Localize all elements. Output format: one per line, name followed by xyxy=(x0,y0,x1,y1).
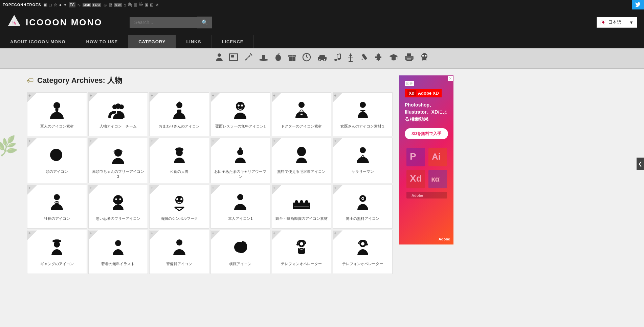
svg-point-99 xyxy=(362,198,363,199)
cat-apple-icon[interactable] xyxy=(274,53,282,64)
lang-label: 日本語 xyxy=(608,19,621,25)
tb-icon-grid[interactable]: ⊞ xyxy=(150,2,154,7)
svg-line-5 xyxy=(250,53,252,55)
logo-area[interactable]: 🦄 ICOOON MONO xyxy=(7,14,103,31)
tb-icon-f[interactable]: F xyxy=(134,3,137,7)
icon-card-head[interactable]: + 頭のアイコン xyxy=(27,138,87,183)
nav-about[interactable]: ABOUT ICOOON MONO xyxy=(0,35,76,48)
tb-icon-pen[interactable]: 筆 xyxy=(139,2,143,8)
cat-tower-icon[interactable] xyxy=(347,52,354,64)
icon-card-operator-male[interactable]: + テレフォンオペレーター xyxy=(333,230,393,274)
cat-hat-icon[interactable] xyxy=(259,53,268,63)
corner-plus: + xyxy=(90,231,92,236)
tb-icon-icon[interactable]: ic on xyxy=(114,3,122,7)
card-corner: + xyxy=(89,185,98,194)
cat-graduation-icon[interactable] xyxy=(389,53,398,63)
female-doctor-icon xyxy=(353,100,373,120)
icon-card-wrestler[interactable]: + 覆面レスラーの無料アイコン1 xyxy=(210,92,270,136)
cat-syringe-icon[interactable] xyxy=(244,53,253,64)
tb-icon-s[interactable]: S xyxy=(145,3,148,7)
tb-icon-star2[interactable]: ✳ xyxy=(155,2,159,7)
corner-plus: + xyxy=(90,93,92,98)
icon-card-operator-female[interactable]: + テレフォンオペレーター xyxy=(272,230,332,274)
icon-card-professor[interactable]: + 博士の無料アイコン xyxy=(333,185,393,229)
cat-gift-icon[interactable] xyxy=(288,53,296,64)
tb-icon-house[interactable]: ⌂ xyxy=(124,2,126,7)
card-label-hood: 赤頭巾ちゃんのフリーアイコン3 xyxy=(91,169,145,179)
icon-card-audience[interactable]: + 舞台・映画鑑賞のアイコン素材 xyxy=(272,185,332,229)
icon-card-ninja[interactable]: + 悪い忍者のフリーアイコン xyxy=(88,185,148,229)
svg-point-48 xyxy=(53,102,60,109)
card-corner: + xyxy=(333,138,342,147)
icon-card-chef[interactable]: + 和食の大将 xyxy=(149,138,209,183)
tb-icon-smile[interactable]: ☺ xyxy=(103,2,107,7)
icon-card-gangster[interactable]: + ギャングのアイコン xyxy=(27,230,87,274)
nav-how-to-use[interactable]: HOW TO USE xyxy=(76,35,129,48)
tb-icon-bird[interactable]: 鳥 xyxy=(128,2,132,8)
search-button[interactable]: 🔍 xyxy=(197,17,212,28)
cat-pencil-icon[interactable] xyxy=(360,53,368,64)
cat-skull-icon[interactable] xyxy=(420,52,429,64)
card-label-ninja: 悪い忍者のフリーアイコン xyxy=(96,216,140,221)
svg-point-61 xyxy=(298,102,305,108)
svg-point-72 xyxy=(297,147,306,156)
icon-card-police[interactable]: + おまわりさんのアイコン xyxy=(149,92,209,136)
card-label-female-doctor: 女医さんのアイコン素材１ xyxy=(340,124,385,129)
tb-icon-3[interactable]: ☆ xyxy=(53,2,58,7)
tb-icon-2[interactable]: □ xyxy=(49,2,52,7)
nav-licence[interactable]: LICENCE xyxy=(212,35,254,48)
cat-printer-icon[interactable] xyxy=(404,53,414,64)
icon-card-officer[interactable]: + 軍人のアイコン素材 xyxy=(27,92,87,136)
tb-icon-4[interactable]: ● xyxy=(59,2,62,7)
icon-card-soldier[interactable]: + 軍人アイコン1 xyxy=(210,185,270,229)
icon-card-profile-head[interactable]: + 横顔アイコン xyxy=(210,230,270,274)
icon-card-president[interactable]: + 社長のアイコン xyxy=(27,185,87,229)
cat-person-icon[interactable] xyxy=(216,53,223,64)
icon-card-bald-man[interactable]: + 無料で使える毛沢東アイコン xyxy=(272,138,332,183)
tb-icon-p[interactable]: P xyxy=(109,3,112,7)
search-input[interactable] xyxy=(130,17,197,28)
card-corner: + xyxy=(333,93,342,102)
ad-cta-button[interactable]: XDを無料で入手 xyxy=(405,128,448,139)
card-label-chef: 和食の大将 xyxy=(170,169,188,174)
cat-clock-icon[interactable] xyxy=(302,53,311,64)
ninja-icon xyxy=(108,192,128,213)
gangster-icon xyxy=(47,238,67,258)
ad-container: 広告 ✕ Xd Adobe XD Photoshop、Illustrator、X… xyxy=(399,75,453,244)
cat-music-icon[interactable] xyxy=(333,53,341,64)
icon-card-salaryman[interactable]: + サラリーマン xyxy=(333,138,393,183)
tb-icon-flat[interactable]: FLAT xyxy=(92,3,101,7)
icon-card-doctor[interactable]: + ドクターのアイコン素材 xyxy=(272,92,332,136)
ad-close-button[interactable]: ✕ xyxy=(448,76,453,81)
operator-female-icon xyxy=(291,238,312,258)
icon-card-team[interactable]: + 人物アイコン チーム xyxy=(88,92,148,136)
cat-picture-icon[interactable] xyxy=(229,53,238,63)
tb-icon-ec[interactable]: EC xyxy=(69,2,75,7)
card-corner: + xyxy=(89,93,98,102)
icon-card-career-woman[interactable]: + お団子あたまのキャリアウーマン xyxy=(210,138,270,183)
svg-point-105 xyxy=(234,242,245,253)
svg-rect-57 xyxy=(177,110,181,114)
icon-card-young-person[interactable]: + 若者の無料イラスト xyxy=(88,230,148,274)
svg-point-44 xyxy=(425,55,426,57)
nav-category[interactable]: CATEGORY xyxy=(128,35,176,48)
svg-point-110 xyxy=(361,242,364,246)
svg-point-82 xyxy=(115,198,117,200)
tb-icon-1[interactable]: ▣ xyxy=(43,2,47,7)
svg-text:Ai: Ai xyxy=(432,151,441,162)
tb-icon-wave[interactable]: ∿ xyxy=(77,2,81,7)
icon-card-hood[interactable]: + 赤頭巾ちゃんのフリーアイコン3 xyxy=(88,138,148,183)
icon-card-guard[interactable]: + 警備員アイコン xyxy=(149,230,209,274)
icon-card-female-doctor[interactable]: + 女医さんのアイコン素材１ xyxy=(333,92,393,136)
officer-icon xyxy=(47,100,67,120)
tb-icon-line[interactable]: LINE xyxy=(83,3,91,7)
tb-icon-5[interactable]: ✦ xyxy=(63,2,67,7)
language-selector[interactable]: 🇯🇵 日本語 ▼ xyxy=(597,17,637,28)
icon-card-pirate[interactable]: + 海賊のシンボルマーク xyxy=(149,185,209,229)
cat-gear-icon[interactable] xyxy=(374,53,383,64)
twitter-button[interactable] xyxy=(632,0,644,9)
corner-plus: + xyxy=(212,186,214,190)
sidebar-toggle-button[interactable]: ❮ xyxy=(637,158,644,170)
nav-links[interactable]: LINKS xyxy=(176,35,212,48)
cat-car-icon[interactable] xyxy=(317,53,327,63)
